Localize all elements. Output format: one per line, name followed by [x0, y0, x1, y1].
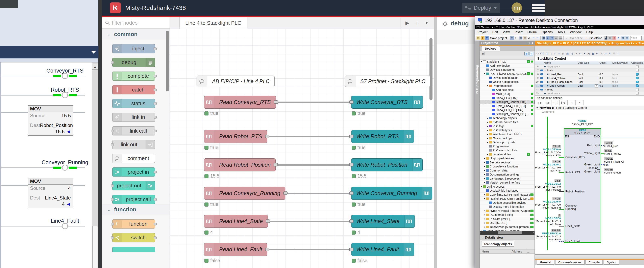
read-node[interactable]: Read Line4_State	[204, 215, 268, 228]
table-row[interactable]: 11Line4_GreenBool≡0.3false✓	[535, 84, 644, 88]
tree-item[interactable]: PLC alarm text lists	[480, 148, 534, 152]
tree-item[interactable]: ▶Documentation settings	[480, 173, 534, 177]
column-header-offset[interactable]: Offset	[599, 61, 612, 64]
mov-instruction[interactable]: MOVSource4DestLine4_State4 ◄	[28, 178, 73, 208]
cell-data-type[interactable]: Bool	[577, 77, 599, 80]
editor-toolbar-icon[interactable]: ⇄	[604, 52, 608, 55]
breadcrumb-item[interactable]: Stacklight_Co	[638, 41, 644, 45]
editor-toolbar-icon[interactable]: ↺	[595, 52, 599, 55]
editor-toolbar-icon[interactable]: ⇶	[549, 52, 552, 55]
group-chevron-icon[interactable]: ▼	[544, 88, 546, 90]
cell-name[interactable]: Line4_Green	[544, 84, 577, 87]
cell-name[interactable]: Line4_Yellow	[544, 77, 577, 80]
add-flow-icon[interactable]: +	[412, 19, 422, 27]
wire-output-port[interactable]	[266, 220, 270, 223]
tree-item[interactable]: Device configuration	[480, 76, 534, 80]
toolbar-icon[interactable]: ▼	[485, 36, 489, 40]
wire-input-port[interactable]	[349, 135, 354, 138]
network-row[interactable]: ▼ Network 1: Line 4 Stacklight Control	[535, 106, 644, 110]
tree-item[interactable]: ▶Common data	[480, 168, 534, 173]
expand-closed-icon[interactable]: ▶	[484, 169, 486, 172]
tree-item[interactable]: ▶Cross-device functions	[480, 164, 534, 168]
checkbox-empty[interactable]	[636, 92, 638, 95]
user-avatar[interactable]: rm	[512, 2, 522, 13]
cell-data-type[interactable]: Bool≡	[577, 84, 599, 87]
toolbar-icon[interactable]: ▤	[621, 36, 625, 40]
debug-sidebar-header[interactable]: debug	[437, 17, 475, 30]
tree-item[interactable]: ▼PLC_1 [CPU 1212C AC/DC/Rly]✓	[480, 72, 534, 76]
expand-closed-icon[interactable]: ▶	[486, 153, 489, 155]
palette-node-clipped[interactable]	[112, 247, 155, 252]
cell-accessible[interactable]: ✓	[630, 73, 644, 76]
toolbar-go-online[interactable]: Go online	[570, 36, 583, 40]
flow-canvas[interactable]: AB EIP/CIP - Line 4 PLCS7 Profinet - Sta…	[170, 29, 434, 268]
toolbar-icon[interactable]: ▭	[558, 36, 562, 40]
menu-window[interactable]: Window	[570, 30, 582, 34]
expand-closed-icon[interactable]: ▶	[486, 117, 489, 119]
menu-help[interactable]: Help	[586, 30, 593, 34]
tree-item[interactable]: Online & diagnostics	[480, 80, 534, 84]
expand-closed-icon[interactable]: ▶	[484, 218, 486, 220]
flow-menu-caret-icon[interactable]: ▼	[422, 21, 432, 25]
ladder-coil[interactable]	[53, 165, 77, 171]
tree-item[interactable]: Main [OB1]	[480, 92, 534, 96]
tree-item[interactable]: Add new block	[480, 88, 534, 92]
tree-item[interactable]: Display/hide interfaces	[480, 189, 534, 193]
expand-closed-icon[interactable]: ▶	[484, 165, 486, 167]
tree-item[interactable]: ▶Card Reader/USB memory	[480, 229, 534, 231]
palette-section-function[interactable]: ⌄function	[102, 204, 170, 215]
ladder-coil[interactable]	[53, 92, 77, 98]
expand-closed-icon[interactable]: ▶	[486, 121, 489, 123]
tree-filter-icon[interactable]: ▤	[481, 52, 484, 55]
cell-accessible[interactable]	[630, 88, 644, 91]
project-tree-hscrollbar[interactable]: ‹ ›	[480, 231, 534, 235]
toolbar-icon[interactable]: ✗	[527, 36, 531, 40]
network-comment[interactable]: Comment	[535, 110, 644, 114]
node-input-port[interactable]	[111, 223, 114, 225]
node-input-port[interactable]	[111, 198, 114, 201]
section-chevron-icon[interactable]: ⌄	[107, 32, 111, 37]
tree-item[interactable]: Line4_PLC [FB2]	[480, 96, 534, 100]
network-collapse-icon[interactable]: ▼	[536, 107, 538, 109]
node-output-port[interactable]	[154, 102, 157, 105]
cell-accessible[interactable]	[630, 65, 644, 68]
toolbar-icon[interactable]: ▟	[604, 36, 608, 40]
tab-devices[interactable]: Devices	[481, 46, 500, 51]
toolbar-icon[interactable]: ⌁	[564, 36, 568, 40]
editor-toolbar-icon[interactable]: ▦	[566, 52, 570, 55]
cell-name[interactable]: Line4_Red	[544, 73, 577, 76]
cell-data-type[interactable]: Bool	[577, 73, 599, 76]
toolbar-save-label[interactable]: Save project	[490, 36, 507, 40]
cell-name[interactable]: <Add new>	[544, 65, 577, 68]
toolbar-icon[interactable]: ▯	[612, 36, 616, 40]
expand-open-icon[interactable]: ▼	[480, 186, 483, 188]
palette-node-complete[interactable]: complete	[112, 71, 155, 81]
read-node[interactable]: Read Robot_Position	[204, 158, 276, 171]
ladder-coil[interactable]	[53, 73, 77, 79]
write-node[interactable]: Write Robot_Position	[351, 158, 422, 171]
menu-insert[interactable]: Insert	[514, 30, 522, 34]
palette-node-comment[interactable]: comment	[112, 154, 155, 163]
cell-name[interactable]: ▼Static	[544, 69, 577, 72]
tree-item[interactable]: ▶PLC tags	[480, 124, 534, 128]
lad-instruction-button[interactable]: [??]	[560, 100, 568, 105]
menu-options[interactable]: Options	[542, 30, 553, 34]
palette-node-switch[interactable]: switch	[112, 233, 155, 242]
read-node[interactable]: Read Conveyor_Running	[204, 187, 285, 200]
expand-closed-icon[interactable]: ▶	[484, 214, 486, 216]
wire-input-port[interactable]	[349, 248, 354, 251]
toolbar-icon[interactable]: ▤	[476, 36, 480, 40]
cell-accessible[interactable]: ✓	[630, 81, 644, 83]
node-output-port[interactable]	[154, 75, 157, 77]
tree-item[interactable]: Update accessible devices	[480, 201, 534, 205]
node-output-port[interactable]	[154, 223, 157, 225]
inspector-tab-general[interactable]: General	[537, 260, 554, 265]
node-output-port[interactable]	[154, 130, 157, 132]
wire-output-port[interactable]	[274, 163, 278, 166]
palette-node-debug[interactable]: debug	[112, 58, 155, 67]
lad-network-canvas[interactable]: %DB2"Line4_PLC_DB"%FB2"Line4_PLC"ENENOCo…	[535, 114, 644, 254]
ladder-scrollbar-thumb[interactable]	[92, 226, 98, 268]
node-input-port[interactable]	[111, 236, 114, 239]
tree-item[interactable]: ▶COM [RS232/PPI multi-master c...?	[480, 193, 534, 197]
tab-technology-objects[interactable]: Technology objects	[482, 241, 514, 247]
